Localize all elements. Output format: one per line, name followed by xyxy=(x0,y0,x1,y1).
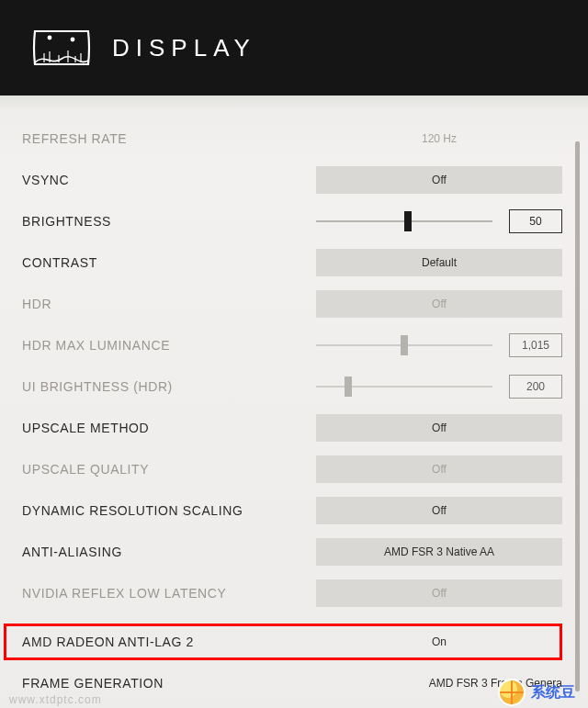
dropdown-amd-anti-lag-2[interactable]: On xyxy=(316,628,562,656)
slider-ui-brightness-hdr xyxy=(316,377,492,396)
row-amd-anti-lag-2: AMD RADEON ANTI-LAG 2 On xyxy=(0,621,588,662)
row-upscale-quality: UPSCALE QUALITY Off xyxy=(0,448,588,489)
label-upscale-method: UPSCALE METHOD xyxy=(22,421,149,435)
row-vsync: VSYNC Off xyxy=(0,159,588,200)
label-nvidia-reflex: NVIDIA REFLEX LOW LATENCY xyxy=(22,586,226,601)
dropdown-contrast[interactable]: Default xyxy=(316,249,562,276)
label-ui-brightness-hdr: UI BRIGHTNESS (HDR) xyxy=(22,379,173,394)
svg-point-1 xyxy=(71,38,75,42)
row-anti-aliasing: ANTI-ALIASING AMD FSR 3 Native AA xyxy=(0,531,588,572)
row-hdr-max-luminance: HDR MAX LUMINANCE 1,015 xyxy=(0,324,588,365)
svg-point-0 xyxy=(48,36,52,40)
label-contrast: CONTRAST xyxy=(22,255,97,270)
row-brightness: BRIGHTNESS 50 xyxy=(0,200,588,242)
dropdown-hdr: Off xyxy=(316,290,562,318)
page-title: DISPLAY xyxy=(112,34,256,62)
label-refresh-rate: REFRESH RATE xyxy=(22,131,127,146)
value-ui-brightness-hdr: 200 xyxy=(509,375,562,399)
label-amd-anti-lag-2: AMD RADEON ANTI-LAG 2 xyxy=(22,635,194,649)
dropdown-upscale-method[interactable]: Off xyxy=(316,414,562,442)
row-hdr: HDR Off xyxy=(0,283,588,324)
label-brightness: BRIGHTNESS xyxy=(22,214,111,229)
value-brightness[interactable]: 50 xyxy=(509,209,562,233)
display-settings-page: DISPLAY REFRESH RATE 120 Hz VSYNC Off BR… xyxy=(0,0,588,708)
slider-hdr-max-luminance xyxy=(316,336,492,354)
label-frame-generation: FRAME GENERATION xyxy=(22,676,164,691)
row-contrast: CONTRAST Default xyxy=(0,242,588,283)
scrollbar[interactable] xyxy=(573,105,582,697)
label-dynamic-resolution-scaling: DYNAMIC RESOLUTION SCALING xyxy=(22,503,243,518)
row-dynamic-resolution-scaling: DYNAMIC RESOLUTION SCALING Off xyxy=(0,489,588,531)
row-refresh-rate: REFRESH RATE 120 Hz xyxy=(0,118,588,159)
settings-list: REFRESH RATE 120 Hz VSYNC Off BRIGHTNESS… xyxy=(0,96,588,703)
watermark: 系统豆 xyxy=(498,679,575,706)
row-nvidia-reflex: NVIDIA REFLEX LOW LATENCY Off xyxy=(0,572,588,613)
dropdown-vsync[interactable]: Off xyxy=(316,166,562,194)
watermark-text: 系统豆 xyxy=(531,683,575,702)
label-hdr-max-luminance: HDR MAX LUMINANCE xyxy=(22,338,170,353)
value-hdr-max-luminance: 1,015 xyxy=(509,333,562,357)
row-upscale-method: UPSCALE METHOD Off xyxy=(0,407,588,448)
watermark-logo-icon xyxy=(498,679,526,706)
watermark-url: www.xtdptc.com xyxy=(9,693,102,706)
dropdown-dynamic-resolution-scaling[interactable]: Off xyxy=(316,497,562,524)
label-upscale-quality: UPSCALE QUALITY xyxy=(22,462,149,477)
label-anti-aliasing: ANTI-ALIASING xyxy=(22,545,122,559)
slider-brightness[interactable] xyxy=(316,212,492,230)
label-hdr: HDR xyxy=(22,297,51,311)
header: DISPLAY xyxy=(0,0,588,96)
dropdown-anti-aliasing[interactable]: AMD FSR 3 Native AA xyxy=(316,538,562,566)
dropdown-upscale-quality: Off xyxy=(316,455,562,483)
label-vsync: VSYNC xyxy=(22,173,69,187)
dropdown-nvidia-reflex: Off xyxy=(316,579,562,607)
value-refresh-rate: 120 Hz xyxy=(316,125,562,152)
display-icon xyxy=(31,26,92,70)
row-ui-brightness-hdr: UI BRIGHTNESS (HDR) 200 xyxy=(0,365,588,407)
